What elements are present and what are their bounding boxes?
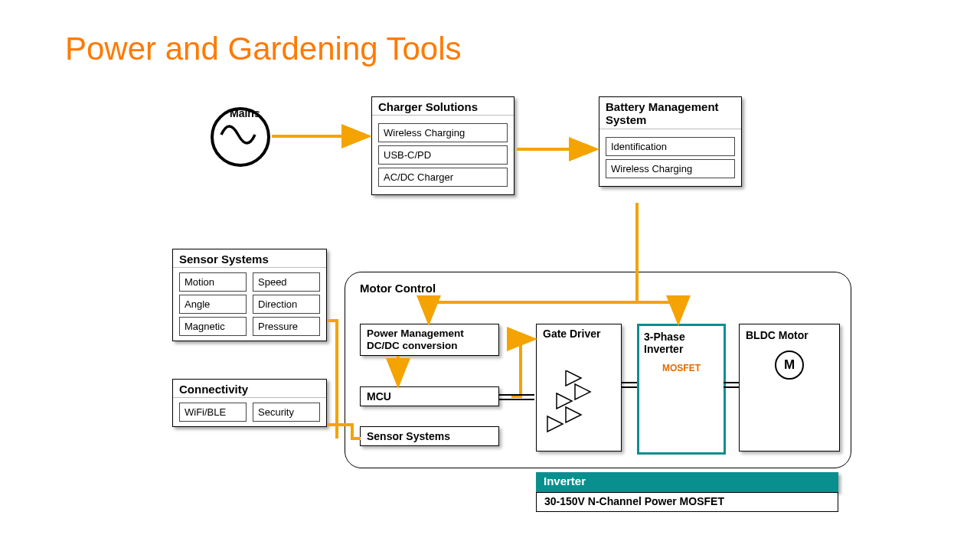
bms-item: Wireless Charging bbox=[606, 159, 735, 178]
motor-control-label: Motor Control bbox=[360, 282, 436, 295]
mcu-label: MCU bbox=[361, 387, 498, 406]
bldc-motor-label: BLDC Motor bbox=[740, 324, 839, 341]
gate-driver-label: Gate Driver bbox=[537, 324, 621, 344]
charger-item: Wireless Charging bbox=[378, 123, 508, 142]
sensor-item: Pressure bbox=[253, 317, 320, 336]
sine-icon bbox=[220, 121, 256, 148]
connectivity-item: Security bbox=[253, 403, 320, 422]
three-phase-inverter-box: 3-Phase Inverter MOSFET bbox=[637, 324, 726, 455]
sensor-item: Angle bbox=[179, 295, 247, 314]
sensors-panel: Sensor Systems Motion Speed Angle Direct… bbox=[172, 249, 327, 341]
mcu-box: MCU bbox=[360, 386, 499, 406]
bldc-motor-box: BLDC Motor M bbox=[739, 324, 840, 452]
motor-m-icon: M bbox=[775, 350, 804, 380]
bms-panel: Battery Management System Identification… bbox=[599, 96, 742, 187]
charger-header: Charger Solutions bbox=[372, 97, 514, 116]
inverter-footer-body: 30-150V N-Channel Power MOSFET bbox=[536, 492, 838, 512]
page-title: Power and Gardening Tools bbox=[65, 31, 462, 67]
charger-panel: Charger Solutions Wireless Charging USB-… bbox=[371, 96, 514, 195]
gate-driver-box: Gate Driver bbox=[536, 324, 622, 452]
connectivity-panel: Connectivity WiFi/BLE Security bbox=[172, 379, 327, 427]
mains-label: Mains bbox=[230, 107, 260, 119]
sensor-item: Direction bbox=[253, 295, 320, 314]
connectivity-header: Connectivity bbox=[173, 380, 326, 398]
sensors-header: Sensor Systems bbox=[173, 249, 326, 268]
charger-item: USB-C/PD bbox=[378, 145, 508, 165]
sensor-item: Magnetic bbox=[179, 317, 247, 336]
charger-item: AC/DC Charger bbox=[378, 168, 508, 187]
gate-driver-icon bbox=[543, 370, 615, 443]
three-phase-inverter-label: 3-Phase Inverter bbox=[639, 326, 724, 355]
connectivity-item: WiFi/BLE bbox=[179, 403, 247, 422]
motor-sensor-label: Sensor Systems bbox=[361, 427, 498, 445]
power-management-box: Power Management DC/DC conversion bbox=[360, 324, 499, 356]
inverter-footer-header: Inverter bbox=[536, 472, 838, 492]
sensor-item: Speed bbox=[253, 272, 320, 292]
motor-sensor-box: Sensor Systems bbox=[360, 426, 499, 446]
power-management-label: Power Management DC/DC conversion bbox=[361, 324, 498, 355]
bms-header: Battery Management System bbox=[599, 97, 741, 129]
bms-item: Identification bbox=[606, 137, 735, 156]
mosfet-label: MOSFET bbox=[639, 363, 724, 373]
sensor-item: Motion bbox=[179, 272, 247, 292]
